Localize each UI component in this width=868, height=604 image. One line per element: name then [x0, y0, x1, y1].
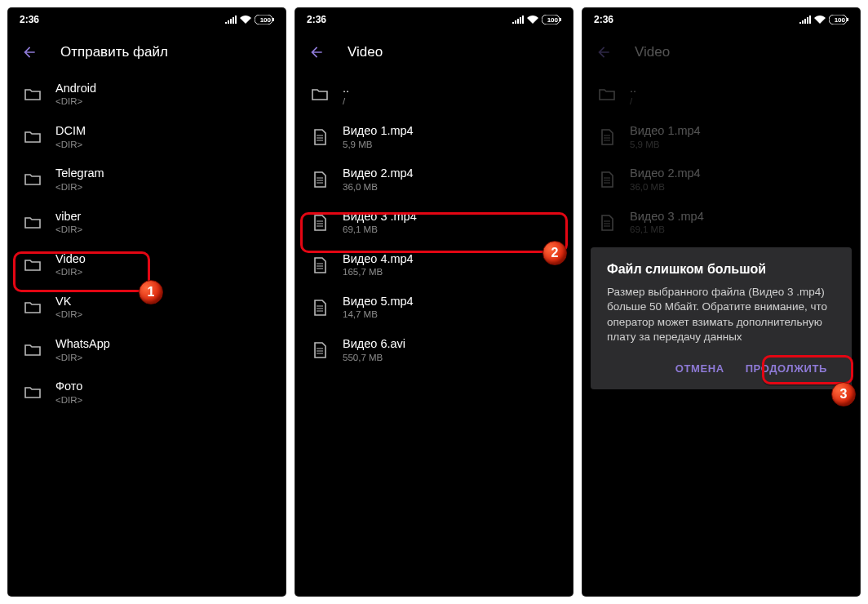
folder-sub: <DIR>	[55, 140, 86, 151]
folder-icon	[23, 383, 42, 402]
back-button[interactable]	[302, 38, 331, 67]
folder-icon	[23, 298, 42, 318]
phone-screen-3: 2:36 100 Video ../ Видео 1.mp45,9 MB	[582, 8, 860, 596]
file-icon	[310, 298, 330, 318]
folder-name: Фото	[55, 380, 82, 393]
dialog-body: Размер выбранного файла (Видео 3 .mp4) б…	[607, 285, 835, 344]
file-row-video2[interactable]: Видео 2.mp436,0 MB	[295, 158, 573, 201]
folder-icon	[310, 85, 330, 104]
folder-icon	[23, 255, 42, 275]
file-row-video3[interactable]: Видео 3 .mp469,1 MB	[295, 202, 573, 244]
folder-row-dcim[interactable]: DCIM<DIR>	[8, 116, 286, 158]
folder-sub: <DIR>	[55, 395, 82, 406]
file-list[interactable]: ../ Видео 1.mp45,9 MB Видео 2.mp436,0 MB…	[295, 73, 573, 596]
signal-icon	[225, 16, 237, 24]
arrow-left-icon	[21, 44, 38, 60]
status-time: 2:36	[20, 14, 39, 25]
status-indicators: 100	[225, 15, 274, 24]
folder-row-photo[interactable]: Фото<DIR>	[8, 371, 286, 414]
phone-screen-1: 2:36 100 Отправить файл Android<DIR> DCI…	[8, 8, 286, 596]
battery-percent: 100	[260, 16, 271, 24]
file-too-large-dialog: Файл слишком большой Размер выбранного ф…	[591, 247, 852, 389]
file-icon	[310, 340, 330, 360]
folder-name: ..	[343, 82, 349, 95]
folder-sub: <DIR>	[55, 309, 82, 321]
folder-name: Android	[55, 82, 96, 95]
app-bar: Video	[295, 31, 573, 73]
folder-icon	[23, 170, 42, 189]
file-size: 14,7 MB	[343, 309, 414, 321]
folder-sub: <DIR>	[55, 353, 110, 364]
file-size: 36,0 MB	[343, 182, 414, 193]
file-icon	[310, 170, 330, 189]
folder-row-vk[interactable]: VK<DIR>	[8, 286, 286, 329]
page-title: Video	[348, 44, 383, 60]
file-size: 165,7 MB	[343, 267, 414, 278]
file-icon	[310, 127, 330, 147]
folder-name: WhatsApp	[55, 337, 110, 351]
file-row-video4[interactable]: Видео 4.mp4165,7 MB	[295, 244, 573, 286]
folder-name: DCIM	[55, 124, 86, 138]
file-icon	[310, 213, 330, 233]
status-indicators: 100	[512, 15, 561, 24]
battery-percent: 100	[547, 16, 558, 24]
status-time: 2:36	[307, 14, 326, 25]
file-name: Видео 2.mp4	[343, 167, 414, 180]
folder-name: viber	[55, 210, 82, 224]
file-row-video5[interactable]: Видео 5.mp414,7 MB	[295, 286, 573, 329]
back-button[interactable]	[15, 38, 44, 67]
continue-button[interactable]: ПРОДОЛЖИТЬ	[737, 356, 835, 381]
folder-sub: <DIR>	[55, 267, 86, 278]
folder-icon	[23, 85, 42, 104]
file-name: Видео 6.avi	[343, 337, 405, 351]
folder-sub: <DIR>	[55, 96, 96, 108]
arrow-left-icon	[308, 44, 325, 60]
file-size: 5,9 MB	[343, 140, 414, 151]
folder-row-up[interactable]: ../	[295, 73, 573, 116]
folder-icon	[23, 213, 42, 233]
folder-row-viber[interactable]: viber<DIR>	[8, 202, 286, 244]
file-size: 69,1 MB	[343, 224, 417, 236]
dialog-title: Файл слишком большой	[607, 262, 835, 277]
folder-name: Telegram	[55, 167, 104, 180]
cancel-button[interactable]: ОТМЕНА	[667, 356, 733, 381]
svg-rect-3	[560, 18, 561, 21]
file-icon	[310, 255, 330, 275]
folder-icon	[23, 127, 42, 147]
folder-list[interactable]: Android<DIR> DCIM<DIR> Telegram<DIR> vib…	[8, 73, 286, 596]
status-bar: 2:36 100	[295, 8, 573, 31]
file-name: Видео 5.mp4	[343, 295, 414, 309]
folder-row-whatsapp[interactable]: WhatsApp<DIR>	[8, 329, 286, 371]
file-row-video6[interactable]: Видео 6.avi550,7 MB	[295, 329, 573, 371]
folder-name: VK	[55, 295, 82, 309]
file-row-video1[interactable]: Видео 1.mp45,9 MB	[295, 116, 573, 158]
folder-sub: <DIR>	[55, 182, 104, 193]
file-name: Видео 4.mp4	[343, 252, 414, 266]
folder-name: Video	[55, 252, 86, 266]
wifi-icon	[527, 16, 538, 24]
file-name: Видео 1.mp4	[343, 124, 414, 138]
phone-screen-2: 2:36 100 Video ../ Видео 1.mp45,9 MB	[295, 8, 573, 596]
file-name: Видео 3 .mp4	[343, 210, 417, 224]
svg-rect-1	[272, 18, 274, 21]
folder-row-video[interactable]: Video<DIR>	[8, 244, 286, 286]
dialog-backdrop: Файл слишком большой Размер выбранного ф…	[582, 8, 860, 596]
wifi-icon	[240, 16, 251, 24]
signal-icon	[512, 16, 524, 24]
file-size: 550,7 MB	[343, 353, 405, 364]
page-title: Отправить файл	[60, 44, 168, 60]
folder-row-telegram[interactable]: Telegram<DIR>	[8, 158, 286, 201]
folder-sub: <DIR>	[55, 224, 82, 236]
status-bar: 2:36 100	[8, 8, 286, 31]
folder-row-android[interactable]: Android<DIR>	[8, 73, 286, 116]
dialog-actions: ОТМЕНА ПРОДОЛЖИТЬ	[607, 356, 835, 381]
folder-icon	[23, 340, 42, 360]
app-bar: Отправить файл	[8, 31, 286, 73]
folder-sub: /	[343, 96, 349, 108]
